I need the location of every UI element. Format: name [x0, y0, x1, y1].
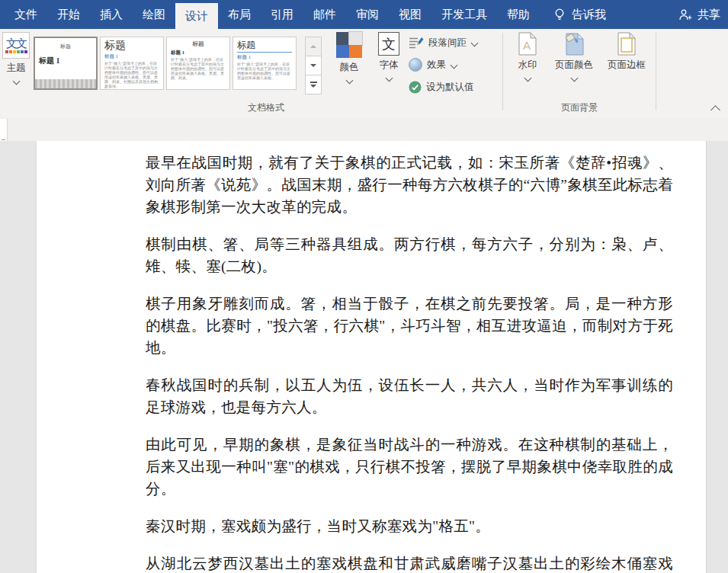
share-person-icon — [678, 8, 693, 21]
color-swatch — [336, 32, 349, 45]
ribbon-tabs: 文件开始插入绘图设计布局引用邮件审阅视图开发工具帮助 — [0, 0, 540, 29]
page-borders-button[interactable]: 页面边框 — [601, 32, 652, 72]
tab-邮件[interactable]: 邮件 — [303, 0, 346, 29]
style-set-gallery: 标题标题 1标题标题 1对于"插入"选项卡上的库，在设计时都充分考虑了其中的项与… — [34, 37, 303, 94]
tell-me[interactable]: 告诉我 — [553, 0, 606, 29]
colors-button[interactable]: 颜色 — [330, 32, 368, 83]
page-borders-icon — [617, 32, 637, 56]
watermark-button[interactable]: A 水印 — [508, 32, 547, 81]
group-label-document-formatting: 文档格式 — [30, 101, 502, 114]
chevron-down-icon — [471, 39, 479, 46]
group-separator — [502, 33, 503, 110]
group-separator — [656, 33, 656, 110]
chevron-down-icon — [451, 61, 458, 69]
chevron-down-icon — [570, 75, 578, 82]
theme-swatch — [21, 50, 24, 53]
paragraph-6[interactable]: 秦汉时期，塞戏颇为盛行，当时又称塞戏为"格五"。 — [146, 515, 673, 537]
color-swatch — [349, 45, 362, 58]
style-set-thumbnail-3[interactable]: 标题标题 1对于"插入"选项卡上的库，在设计时都充分考虑了其中的项与文档整体外观… — [166, 37, 230, 90]
effects-icon — [409, 58, 422, 72]
ribbon: 文文 主题 标题标题 1标题标题 1对于"插入"选项卡上的库，在设计时都充分考虑… — [0, 29, 728, 119]
tab-审阅[interactable]: 审阅 — [346, 0, 389, 29]
tell-me-label: 告诉我 — [572, 8, 606, 22]
tab-帮助[interactable]: 帮助 — [497, 0, 540, 29]
tab-绘图[interactable]: 绘图 — [133, 0, 175, 29]
lightbulb-icon — [553, 8, 566, 22]
paragraph-4[interactable]: 春秋战国时的兵制，以五人为伍，设伍长一人，共六人，当时作为军事训练的足球游戏，也… — [146, 374, 673, 418]
paragraph-3[interactable]: 棋子用象牙雕刻而成。箸，相当于骰子，在棋之前先要投箸。局，是一种方形的棋盘。比赛… — [146, 293, 673, 359]
paragraph-spacing-button[interactable]: 段落间距 — [409, 34, 477, 51]
theme-swatch — [5, 50, 8, 53]
fonts-button[interactable]: 文 字体 — [371, 32, 406, 81]
ruler-row: 8642246810121416182022242628303234363840… — [0, 118, 728, 141]
share-button[interactable]: 共享 — [678, 0, 720, 29]
gallery-scroll-up-button[interactable] — [305, 37, 322, 56]
checkmark-icon — [409, 81, 422, 94]
paragraph-5[interactable]: 由此可见，早期的象棋，是象征当时战斗的一种游戏。在这种棋制的基础上，后来又出现一… — [146, 434, 673, 500]
gallery-more-button[interactable] — [305, 75, 322, 94]
page-color-button[interactable]: 页面颜色 — [549, 32, 599, 81]
paragraph-2[interactable]: 棋制由棋、箸、局等三种器具组成。两方行棋，每方六子，分别为：枭、卢、雉、犊、塞(… — [146, 233, 673, 277]
tab-设计[interactable]: 设计 — [175, 3, 218, 29]
paragraph-7[interactable]: 从湖北云梦西汉墓出土的塞戏棋盘和甘肃武威磨嘴子汉墓出土的彩绘木俑塞戏 ，可以映证… — [146, 552, 673, 573]
page-borders-label: 页面边框 — [608, 59, 646, 72]
themes-icon: 文文 — [2, 32, 30, 59]
style-set-thumbnail-1[interactable]: 标题标题 1 — [34, 37, 98, 90]
page-color-label: 页面颜色 — [555, 59, 593, 72]
themes-button[interactable]: 文文 主题 — [2, 32, 30, 84]
theme-swatch — [13, 50, 16, 53]
title-bar: 文件开始插入绘图设计布局引用邮件审阅视图开发工具帮助 告诉我 共享 — [0, 0, 728, 29]
set-default-label: 设为默认值 — [426, 81, 474, 94]
paragraph-1[interactable]: 最早在战国时期，就有了关于象棋的正式记载，如：宋玉所著《楚辞•招魂》、刘向所著《… — [146, 152, 673, 218]
tab-视图[interactable]: 视图 — [389, 0, 431, 29]
tab-布局[interactable]: 布局 — [218, 0, 261, 29]
watermark-icon: A — [518, 32, 537, 56]
effects-label: 效果 — [427, 59, 446, 72]
style-set-thumbnail-4[interactable]: 标题标题 1对于"插入"选项卡上的库，在设计时都充分考虑了其中的项与文档整体外观… — [233, 37, 297, 90]
group-label-page-background: 页面背景 — [503, 101, 656, 114]
gallery-scroll-down-button[interactable] — [305, 56, 322, 75]
chevron-down-icon — [385, 75, 393, 82]
page[interactable]: 最早在战国时期，就有了关于象棋的正式记载，如：宋玉所著《楚辞•招魂》、刘向所著《… — [36, 141, 707, 573]
paragraph-spacing-icon — [409, 36, 424, 50]
collapse-ribbon-button[interactable] — [710, 105, 720, 115]
chevron-down-icon — [12, 78, 20, 85]
gallery-scroll — [305, 37, 322, 94]
watermark-label: 水印 — [518, 59, 537, 72]
theme-swatch — [24, 50, 27, 53]
document-area: 最早在战国时期，就有了关于象棋的正式记载，如：宋玉所著《楚辞•招魂》、刘向所著《… — [0, 141, 728, 573]
chevron-down-icon — [345, 77, 353, 85]
theme-swatch — [17, 50, 20, 53]
fonts-icon: 文 — [378, 32, 399, 56]
svg-text:A: A — [523, 39, 531, 52]
theme-swatch — [9, 50, 12, 53]
set-default-button[interactable]: 设为默认值 — [409, 78, 477, 95]
chevron-down-icon — [524, 75, 531, 82]
color-swatch — [336, 45, 349, 58]
colors-label: 颜色 — [340, 61, 359, 74]
fonts-label: 字体 — [380, 59, 399, 72]
tab-插入[interactable]: 插入 — [90, 0, 133, 29]
tab-开发工具[interactable]: 开发工具 — [431, 0, 497, 29]
style-set-thumbnail-2[interactable]: 标题标题 1对于"插入"选项卡上的库，在设计时都充分考虑了其中的项与文档整体外观… — [100, 37, 164, 90]
tab-开始[interactable]: 开始 — [47, 0, 90, 29]
page-color-icon — [564, 32, 585, 56]
document-text[interactable]: 最早在战国时期，就有了关于象棋的正式记载，如：宋玉所著《楚辞•招魂》、刘向所著《… — [146, 152, 673, 573]
color-swatch — [349, 32, 362, 45]
effects-button[interactable]: 效果 — [409, 56, 477, 73]
paragraph-spacing-label: 段落间距 — [428, 37, 467, 50]
tab-引用[interactable]: 引用 — [261, 0, 303, 29]
tab-文件[interactable]: 文件 — [5, 0, 47, 29]
colors-icon — [336, 32, 362, 58]
themes-label: 主题 — [7, 62, 26, 75]
share-label: 共享 — [698, 8, 720, 22]
